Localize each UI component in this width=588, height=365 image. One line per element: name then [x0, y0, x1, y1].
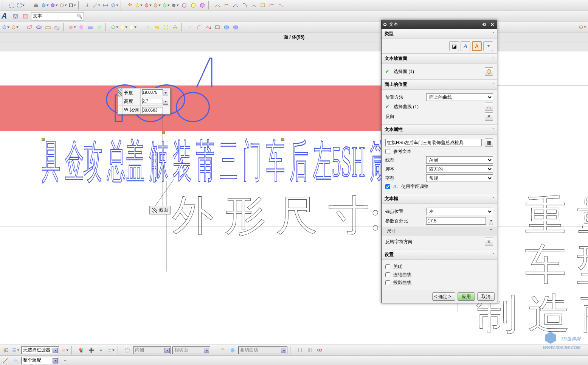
apply-button[interactable]: 应用: [458, 292, 475, 301]
surf3-icon[interactable]: [53, 23, 61, 31]
box-o-icon[interactable]: [153, 1, 161, 9]
cube-scale-icon[interactable]: [110, 1, 119, 9]
cyl-icon[interactable]: [222, 23, 231, 31]
tangent2-combo[interactable]: 相切曲线: [238, 346, 287, 354]
box-y-icon[interactable]: [135, 1, 143, 9]
box-p-icon[interactable]: [198, 1, 206, 9]
cube-a-icon[interactable]: [2, 23, 10, 31]
place-method-select[interactable]: 面上的曲线: [426, 93, 493, 101]
measure-icon[interactable]: [92, 1, 101, 9]
sel-filter-icon[interactable]: [11, 346, 20, 354]
section-set-header[interactable]: 设置ˆ: [382, 250, 497, 260]
color-icon[interactable]: [77, 346, 85, 354]
sel-mode-icon[interactable]: [2, 346, 10, 354]
text-value-input[interactable]: [385, 139, 482, 146]
marquee-icon[interactable]: [123, 346, 132, 354]
rect-icon[interactable]: [68, 1, 76, 9]
panel-gear-icon[interactable]: ✿: [383, 22, 387, 27]
script-select[interactable]: 西方的: [426, 165, 493, 173]
dim3-icon[interactable]: [315, 346, 324, 354]
surf-icon[interactable]: [35, 23, 43, 31]
select-curve-row[interactable]: ✔ 选择曲线 (1): [385, 103, 493, 111]
tangent-combo[interactable]: 相切面: [172, 346, 210, 354]
plus-icon[interactable]: ➕: [87, 346, 95, 354]
text-attach-icon[interactable]: [11, 12, 20, 20]
text-expand-button[interactable]: ▦: [485, 138, 493, 147]
section-attr-header[interactable]: 文本属性ˆ: [382, 124, 497, 135]
wratio-input[interactable]: [142, 107, 163, 113]
placed-text-preview[interactable]: 具 佥攻 总盖 觫 装 莆 三 门 车 后 左5SH 箴 立: [42, 132, 412, 192]
height-input[interactable]: [142, 98, 163, 104]
assembly-combo[interactable]: 整个装配: [21, 357, 59, 364]
tree-icon[interactable]: [171, 23, 179, 31]
percent-spinner[interactable]: [489, 217, 493, 225]
array-icon[interactable]: [162, 23, 170, 31]
section-tag[interactable]: 截面: [149, 206, 171, 214]
asm-line-icon[interactable]: [2, 356, 10, 365]
panel-titlebar[interactable]: ✿ 文本 ⟲ ✕: [382, 20, 497, 29]
curve5-icon[interactable]: [250, 1, 258, 9]
dim2-icon[interactable]: [306, 346, 314, 354]
box-wire2-icon[interactable]: [180, 1, 188, 9]
arc-icon[interactable]: [195, 23, 203, 31]
text-tool-icon[interactable]: A: [2, 12, 7, 20]
select-face-row[interactable]: ✔ 选择面 (1): [385, 67, 493, 76]
box-sel-icon[interactable]: [228, 346, 237, 354]
type-curve-icon[interactable]: A: [461, 41, 470, 51]
sheet-icon[interactable]: [26, 23, 34, 31]
cube-purple-icon[interactable]: [50, 1, 58, 9]
rect3-icon[interactable]: [213, 23, 222, 31]
ok-button[interactable]: < 确定 >: [432, 292, 455, 301]
box-y2-icon[interactable]: [189, 1, 197, 9]
curve3-icon[interactable]: [231, 1, 240, 9]
select-face-button[interactable]: [485, 67, 493, 76]
section-type-header[interactable]: 类型ˆ: [382, 29, 497, 39]
assoc-checkbox[interactable]: [385, 264, 390, 269]
surf2-icon[interactable]: [44, 23, 52, 31]
section-box-header[interactable]: 文本框ˆ: [382, 194, 497, 204]
layers-icon[interactable]: [126, 1, 134, 9]
box-g-icon[interactable]: [162, 1, 170, 9]
cube-blue-icon[interactable]: [41, 1, 49, 9]
canvas-area[interactable]: 00 具 佥攻 总盖 觫 装 莆 三 门 车 后 左5SH 箴 立 外 形 尺 …: [0, 51, 588, 345]
tool-c-icon[interactable]: [86, 23, 95, 31]
dim-h-icon[interactable]: [101, 1, 110, 9]
anchor-select[interactable]: 左: [426, 208, 493, 215]
connect-checkbox[interactable]: [385, 272, 390, 277]
revchar-button[interactable]: ✕: [485, 238, 493, 246]
select-curve-button[interactable]: [485, 103, 493, 111]
cube-b-icon[interactable]: [11, 23, 19, 31]
kerning-checkbox[interactable]: [385, 184, 390, 189]
tool-b-icon[interactable]: [77, 23, 85, 31]
filter-combo[interactable]: 无选择过滤器: [21, 346, 59, 354]
tool-e-icon[interactable]: [110, 23, 119, 31]
type-dropdown-icon[interactable]: [483, 41, 493, 51]
type-face-icon[interactable]: A: [472, 41, 482, 51]
length-input[interactable]: [142, 89, 163, 95]
project-checkbox[interactable]: [385, 280, 390, 285]
ref-text-checkbox[interactable]: [385, 149, 390, 154]
search-icon[interactable]: 🔍: [77, 14, 82, 19]
axis-icon[interactable]: [83, 1, 92, 9]
tool-f-icon[interactable]: [119, 23, 128, 31]
rect2-icon[interactable]: [259, 1, 267, 9]
text-frame-icon[interactable]: [21, 12, 29, 20]
link-icon[interactable]: [144, 23, 152, 31]
panel-close-icon[interactable]: ✕: [489, 22, 495, 27]
curve7-icon[interactable]: [277, 1, 285, 9]
spline-icon[interactable]: [204, 23, 213, 31]
font-select[interactable]: 常规: [426, 174, 493, 182]
linetype-select[interactable]: Arial: [426, 156, 493, 164]
panel-undock-icon[interactable]: ⟲: [481, 22, 487, 27]
box-r-icon[interactable]: [144, 1, 152, 9]
cube-wire-icon[interactable]: [59, 1, 67, 9]
fit-icon[interactable]: [8, 1, 16, 9]
solid-icon[interactable]: [171, 1, 179, 9]
tool-d-icon[interactable]: [95, 23, 104, 31]
curve1-icon[interactable]: [213, 1, 222, 9]
asm-cloud-icon[interactable]: [11, 356, 20, 365]
target-icon[interactable]: [578, 23, 586, 31]
tool-g-icon[interactable]: [129, 23, 137, 31]
sel-a-icon[interactable]: [61, 346, 69, 354]
command-search-input[interactable]: [31, 12, 84, 20]
